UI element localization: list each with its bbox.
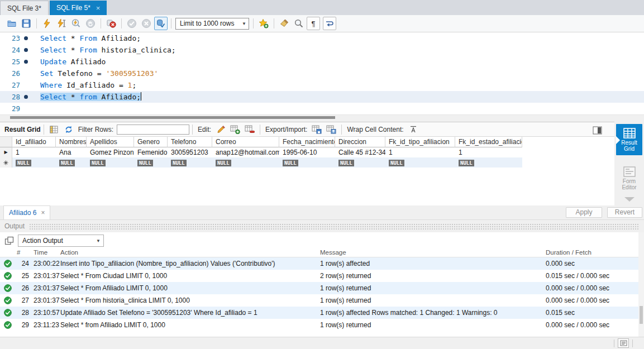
grid-cell[interactable]: NULL [455,157,522,168]
grid-column-header[interactable]: Nombres [56,137,87,147]
grid-cell[interactable]: 1995-06-10 [279,147,335,157]
editor-line[interactable]: 26Set Telefono = '3005951203' [0,68,644,79]
collapse-panel-button[interactable] [591,125,603,136]
open-file-button[interactable] [5,17,18,30]
close-icon[interactable]: × [41,209,45,217]
revert-button[interactable]: Revert [607,207,642,218]
grid-column-header[interactable]: Id_afiliado [12,137,56,147]
grid-cell[interactable]: NULL [279,157,335,168]
grid-cell[interactable]: 1 [12,147,56,157]
output-row[interactable]: 2523:01:37Select * From Ciudad LIMIT 0, … [0,270,638,282]
output-vertical-scrollbar[interactable] [638,232,644,337]
row-index: 25 [15,270,29,282]
output-row[interactable]: 2823:10:57Update Afiliado Set Telefono =… [0,307,638,319]
execute-current-statement-button[interactable] [55,17,68,30]
chevron-down-icon: ▼ [242,21,246,26]
chevron-down-icon[interactable] [624,197,635,202]
save-snippet-button[interactable] [257,17,270,30]
grid-cell[interactable]: NULL [335,157,385,168]
editor-line[interactable]: 25Update Afiliado [0,56,644,68]
output-type-dropdown[interactable]: Action Output ▼ [18,235,104,247]
grid-cell[interactable]: Calle 45 #12-34 [335,147,385,157]
kill-query-button[interactable] [104,17,118,30]
output-row[interactable]: 2623:01:37Select * From Afiliado LIMIT 0… [0,282,638,294]
form-editor-view-button[interactable]: Form Editor [616,163,642,194]
editor-line[interactable]: 29 [0,103,644,114]
grid-column-header[interactable]: Telefono [168,137,212,147]
grid-cell[interactable]: NULL [212,157,279,168]
stop-button[interactable] [84,17,97,30]
grid-column-header[interactable]: Fecha_nacimiento [279,137,335,147]
token-kw: Select [40,46,66,54]
grid-cell[interactable]: 1 [385,147,455,157]
scrollbar-thumb[interactable] [10,116,335,119]
result-grid-view-button[interactable]: Result Grid [616,124,642,155]
grid-column-header[interactable]: Fk_id_estado_afiliacion [455,137,522,147]
editor-line[interactable]: 23Select * From Afiliado; [0,32,644,44]
refresh-button[interactable] [63,124,75,135]
statement-marker [20,60,31,64]
grid-column-header[interactable]: Correo [212,137,279,147]
grid-cell[interactable]: NULL [168,157,212,168]
grid-row[interactable]: NULLNULLNULLNULLNULLNULLNULLNULLNULLNULL [0,157,614,168]
add-row-button[interactable] [229,124,241,135]
sql-editor[interactable]: 23Select * From Afiliado;24Select * From… [0,32,644,114]
delete-row-button[interactable] [244,124,256,135]
folder-icon [7,18,17,28]
grid-column-header[interactable]: Genero [134,137,168,147]
beautify-script-button[interactable] [278,17,291,30]
tab-sql-file-5[interactable]: SQL File 5* × [50,1,107,15]
grid-cell[interactable]: Ana [56,147,87,157]
row-index: 26 [15,282,29,294]
grid-cell[interactable]: Gomez Pinzon [87,147,134,157]
editor-line[interactable]: 28Select * from Afiliado; [0,91,644,103]
editor-line[interactable]: 27Where Id_afiliado = 1; [0,79,644,91]
output-row[interactable]: 2423:00:22Insert into Tipo_afiliacion (N… [0,257,638,270]
grid-cell[interactable]: 1 [455,147,522,157]
active-notch [616,136,620,144]
execute-button[interactable] [40,17,54,30]
grid-column-header[interactable]: Apellidos [87,137,134,147]
export-recordset-button[interactable] [311,124,323,135]
grid-cell[interactable]: Femenido [134,147,168,157]
toolbar-separator [192,125,193,135]
apply-button[interactable]: Apply [566,207,602,218]
tab-sql-file-3[interactable]: SQL File 3* [0,1,49,15]
toggle-autocommit-button[interactable] [154,17,168,30]
edit-record-button[interactable] [214,124,227,135]
output-row[interactable]: 2723:01:37Select * From historia_clinica… [0,294,638,307]
import-recordset-button[interactable] [325,124,337,135]
result-tab-afiliado[interactable]: Afiliado 6 × [3,205,50,219]
row-marker[interactable]: ▶ [0,147,12,157]
rollback-button[interactable] [140,17,153,30]
editor-horizontal-scrollbar[interactable] [0,114,644,120]
save-button[interactable] [20,17,33,30]
toggle-word-wrap-button[interactable] [323,17,336,30]
grid-cell[interactable]: NULL [134,157,168,168]
row-marker[interactable] [0,157,12,168]
grid-cell[interactable]: anap12@hotmail.com [212,147,279,157]
null-badge: NULL [59,160,75,166]
explain-plan-button[interactable] [69,17,83,30]
toggle-output-button[interactable] [618,338,629,348]
wrap-cell-content-button[interactable] [407,124,419,135]
result-grid-title: Result Grid [4,126,41,133]
filter-rows-input[interactable] [117,125,189,135]
grid-cell[interactable]: NULL [56,157,87,168]
grid-column-header[interactable]: Fk_id_tipo_afiliacion [385,137,455,147]
grid-cell[interactable]: NULL [87,157,134,168]
grid-cell[interactable]: NULL [385,157,455,168]
find-button[interactable] [292,17,306,30]
limit-rows-dropdown[interactable]: Limit to 1000 rows ▼ [175,18,249,30]
output-row[interactable]: 2923:11:23Select * from Afiliado LIMIT 0… [0,319,638,331]
grid-column-header[interactable]: Direccion [335,137,385,147]
scrollbar-thumb[interactable] [640,306,643,324]
commit-button[interactable] [125,17,139,30]
grid-row[interactable]: ▶1AnaGomez PinzonFemenido3005951203anap1… [0,147,614,157]
editor-line[interactable]: 24Select * From historia_clinica; [0,44,644,56]
grid-cell[interactable]: NULL [12,157,56,168]
grid-cell[interactable]: 3005951203 [168,147,212,157]
toggle-invisibles-button[interactable]: ¶ [307,17,320,30]
close-icon[interactable]: × [96,4,101,12]
grid-view-button[interactable] [48,124,60,135]
